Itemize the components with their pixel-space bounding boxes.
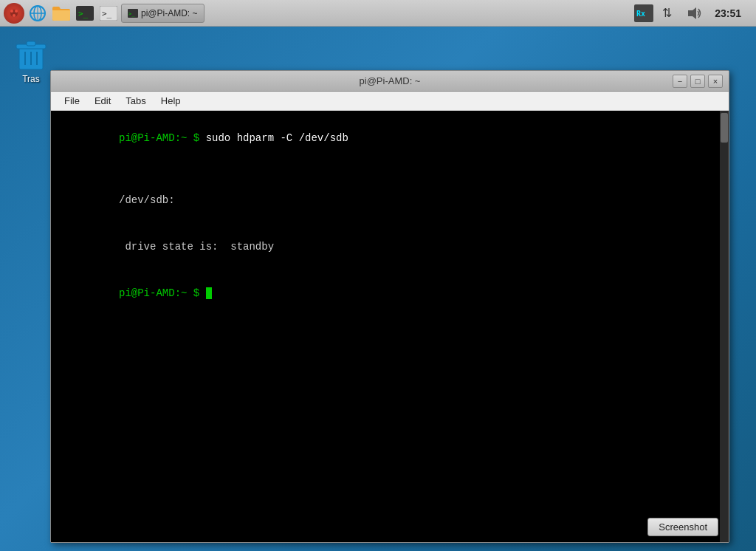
terminal-window: pi@Pi-AMD: ~ − □ × File Edit Tabs Help xyxy=(50,70,729,543)
trash-desktop-icon[interactable]: Tras xyxy=(15,37,47,84)
prompt-2: pi@Pi-AMD:~ $ xyxy=(119,287,206,299)
terminal-scrollbar[interactable] xyxy=(720,111,729,542)
clock: 23:51 xyxy=(709,7,747,19)
terminal-minimize-button[interactable]: − xyxy=(673,75,687,88)
taskbar: >_ >_ >_ pi@Pi-AMD: ~ Rx xyxy=(0,0,756,27)
terminal-title: pi@Pi-AMD: ~ xyxy=(360,75,421,86)
terminal-light-button[interactable]: >_ xyxy=(97,2,120,24)
prompt-1: pi@Pi-AMD:~ $ xyxy=(119,132,206,144)
raspberry-pi-icon xyxy=(4,3,24,24)
terminal-close-button[interactable]: × xyxy=(708,75,723,88)
terminal-line-4: drive state is: standby xyxy=(57,224,714,270)
terminal-maximize-button[interactable]: □ xyxy=(690,75,705,88)
command-1: sudo hdparm -C /dev/sdb xyxy=(206,132,348,144)
volume-icon[interactable] xyxy=(684,3,704,24)
terminal-controls: − □ × xyxy=(673,75,723,88)
rx-icon[interactable]: Rx xyxy=(633,3,654,24)
svg-rect-21 xyxy=(27,41,35,46)
terminal-line-3: /dev/sdb: xyxy=(57,177,714,224)
raspi-menu-button[interactable] xyxy=(3,2,25,24)
taskbar-window-button[interactable]: >_ pi@Pi-AMD: ~ xyxy=(121,4,205,23)
terminal-body: pi@Pi-AMD:~ $ sudo hdparm -C /dev/sdb /d… xyxy=(51,111,729,542)
menu-file[interactable]: File xyxy=(57,94,87,108)
file-manager-button[interactable] xyxy=(50,2,72,24)
system-tray: Rx ⇅ 23:51 xyxy=(628,3,753,24)
desktop: >_ >_ >_ pi@Pi-AMD: ~ Rx xyxy=(0,0,756,551)
svg-point-3 xyxy=(15,10,18,13)
terminal-dark-button[interactable]: >_ xyxy=(74,2,96,24)
svg-point-4 xyxy=(13,14,16,17)
terminal-line-5: pi@Pi-AMD:~ $ xyxy=(57,270,714,317)
svg-text:Rx: Rx xyxy=(636,10,645,18)
svg-marker-18 xyxy=(688,7,696,19)
taskbar-window-label: pi@Pi-AMD: ~ xyxy=(141,8,198,18)
svg-point-2 xyxy=(10,10,13,13)
svg-text:>_: >_ xyxy=(102,9,112,18)
terminal-menubar: File Edit Tabs Help xyxy=(51,92,729,111)
svg-text:⇅: ⇅ xyxy=(662,7,672,19)
menu-help[interactable]: Help xyxy=(154,94,188,108)
terminal-content[interactable]: pi@Pi-AMD:~ $ sudo hdparm -C /dev/sdb /d… xyxy=(51,111,720,542)
trash-label: Tras xyxy=(22,74,40,84)
terminal-line-1: pi@Pi-AMD:~ $ sudo hdparm -C /dev/sdb xyxy=(57,115,714,162)
scrollbar-thumb[interactable] xyxy=(721,113,728,143)
menu-edit[interactable]: Edit xyxy=(87,94,118,108)
terminal-cursor xyxy=(206,287,212,299)
network-icon[interactable]: ⇅ xyxy=(659,3,679,24)
trash-graphic xyxy=(15,37,47,72)
browser-button[interactable] xyxy=(27,2,49,24)
terminal-line-2 xyxy=(57,162,714,177)
svg-text:>_: >_ xyxy=(78,9,89,18)
screenshot-button[interactable]: Screenshot xyxy=(647,518,718,536)
menu-tabs[interactable]: Tabs xyxy=(118,94,153,108)
terminal-titlebar: pi@Pi-AMD: ~ − □ × xyxy=(51,71,729,92)
svg-text:>_: >_ xyxy=(128,11,135,17)
